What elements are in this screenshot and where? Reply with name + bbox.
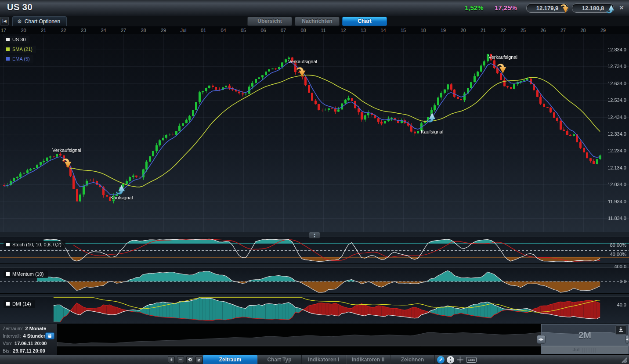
sell-signal-arrow-icon xyxy=(497,62,507,76)
buy-price: 12.180,8 xyxy=(582,5,604,11)
numbers-icon[interactable]: 1234 xyxy=(466,357,477,363)
time-tick: 20 xyxy=(21,28,26,33)
price-axis-label: 12.434,0 xyxy=(596,115,626,120)
chart-options-tab[interactable]: ⚙Chart Optionen xyxy=(12,16,67,26)
navigator-right-handle[interactable]: ◀ xyxy=(625,335,629,344)
indicator-swatch-icon xyxy=(6,243,10,246)
toolbar-tab-indikatoren-i[interactable]: Indikatoren I xyxy=(302,355,346,364)
close-icon[interactable]: × xyxy=(619,4,624,12)
indicator-axis-label: 80,00% xyxy=(596,242,626,248)
time-tick: 19 xyxy=(441,28,446,33)
navigator-left-handle[interactable]: ◀▶ xyxy=(537,335,546,344)
time-tick: 07 xyxy=(281,28,286,33)
time-tick: 01 xyxy=(201,28,206,33)
resize-grip-icon[interactable] xyxy=(619,357,627,363)
param-row-bis: Bis:29.07.11 20:00 xyxy=(3,348,45,353)
param-row-intervall: Intervall:4 Stunden xyxy=(3,333,47,339)
panel-splitter[interactable]: ▲▼ xyxy=(309,232,320,238)
time-tick: 26 xyxy=(540,28,546,33)
change-percent-day: 1,52% xyxy=(465,4,484,11)
clear-icon[interactable]: ⌀ xyxy=(195,356,202,363)
time-tick: 28 xyxy=(580,28,586,33)
time-tick: 29 xyxy=(161,28,166,33)
indicator-label-dmi[interactable]: DMI (14) xyxy=(4,300,35,308)
param-label: Von: xyxy=(3,341,12,346)
tab-übersicht[interactable]: Übersicht xyxy=(247,17,292,26)
chart-parameters: Zeitraum:2 MonateIntervall:4 StundenVon:… xyxy=(0,324,58,355)
price-axis-label: 12.534,0 xyxy=(596,97,626,103)
time-tick: 18 xyxy=(420,28,426,33)
buy-arrow-icon xyxy=(605,3,616,14)
legend-label: SMA (21) xyxy=(12,47,33,52)
zoom-in-button[interactable]: + xyxy=(168,356,175,363)
price-axis-label: 12.334,0 xyxy=(596,131,626,137)
legend-label: EMA (5) xyxy=(12,56,30,61)
indicator-axis-label: 400,0 xyxy=(596,264,626,269)
time-tick: 25 xyxy=(521,28,526,33)
tab-nachrichten[interactable]: Nachrichten xyxy=(295,17,340,26)
time-tick: 14 xyxy=(380,28,386,33)
time-tick: 29 xyxy=(600,28,606,33)
toolbar-tab-indikatoren-ii[interactable]: Indikatoren II xyxy=(346,355,390,364)
sell-signal-arrow-icon xyxy=(296,66,307,79)
time-tick: 23 xyxy=(81,28,86,33)
price-axis-label: 12.634,0 xyxy=(596,81,626,86)
title-bar: US 30 1,52% 17,25% 12.179,9 12.180,8 × xyxy=(0,0,629,16)
time-tick: 13 xyxy=(361,28,366,33)
indicator-name: Stoch (10, 10, 0,8, 0,2) xyxy=(12,242,61,247)
legend-swatch-icon xyxy=(6,47,10,51)
indicator-axis-label: 40,0 xyxy=(596,302,626,307)
time-tick: 27 xyxy=(121,28,126,33)
legend-label: US 30 xyxy=(12,37,26,42)
toolbar-tab-zeitraum[interactable]: Zeitraum xyxy=(203,355,257,364)
tab-row: |◀ ⚙Chart Optionen ÜbersichtNachrichtenC… xyxy=(0,16,629,26)
collapse-panel-button[interactable]: |◀ xyxy=(0,17,9,25)
navigator-window-strip: Jul xyxy=(542,346,628,353)
time-tick: 15 xyxy=(401,28,406,33)
legend-item-sma21[interactable]: SMA (21) xyxy=(4,46,36,53)
instrument-title: US 30 xyxy=(7,2,33,12)
price-chart-canvas[interactable] xyxy=(0,34,629,324)
time-tick: 27 xyxy=(560,28,566,33)
zoom-out-button[interactable]: − xyxy=(177,356,184,363)
price-axis-label: 11.934,0 xyxy=(596,199,626,204)
buy-price-button[interactable]: 12.180,8 xyxy=(572,4,614,13)
sell-price: 12.179,9 xyxy=(536,5,559,11)
price-axis-label: 12.234,0 xyxy=(596,148,626,153)
price-axis-label: 12.834,0 xyxy=(596,47,626,52)
indicator-swatch-icon xyxy=(6,302,10,306)
time-tick: 28 xyxy=(141,28,146,33)
sell-signal-arrow-icon xyxy=(62,157,72,170)
time-axis: 172021222324272829Jul0104050607081112131… xyxy=(0,26,629,35)
sort-arrows-icon[interactable]: ▲▼ xyxy=(447,356,454,364)
indicator-label-stoch[interactable]: Stoch (10, 10, 0,8, 0,2) xyxy=(4,241,65,249)
time-tick: 08 xyxy=(300,28,306,33)
param-row-von: Von:17.06.11 20:00 xyxy=(3,341,47,346)
crosshair-icon[interactable] xyxy=(456,356,464,364)
bottom-info: Zeitraum:2 MonateIntervall:4 StundenVon:… xyxy=(0,324,629,355)
draw-pencil-icon[interactable] xyxy=(437,356,445,364)
toolbar-tab-chart-typ[interactable]: Chart Typ xyxy=(257,355,302,364)
interval-lock-button[interactable] xyxy=(45,332,54,339)
toolbar-tab-zeichnen[interactable]: Zeichnen xyxy=(390,355,435,364)
signal-label-sell: Verkaufsignal xyxy=(488,54,517,60)
param-label: Zeitraum: xyxy=(3,326,23,331)
price-axis-label: 12.034,0 xyxy=(596,182,626,187)
sell-price-button[interactable]: 12.179,9 xyxy=(526,4,568,13)
navigator-window-month: Jul xyxy=(573,347,580,352)
indicator-name: DMI (14) xyxy=(12,301,31,306)
param-value: 17.06.11 20:00 xyxy=(14,341,47,346)
tab-chart[interactable]: Chart xyxy=(342,17,387,26)
time-tick: 20 xyxy=(460,28,466,33)
indicator-label-momentum[interactable]: MMentum (10) xyxy=(4,270,48,278)
refresh-icon[interactable]: ⟲ xyxy=(186,356,193,363)
time-tick: 17 xyxy=(1,28,6,33)
download-icon[interactable] xyxy=(615,325,626,335)
bottom-toolbar: + − ⟲ ⌀ ZeitraumChart TypIndikatoren IIn… xyxy=(0,355,629,364)
price-axis-label: 12.134,0 xyxy=(596,165,626,170)
signal-label-sell: Verkaufsignal xyxy=(288,59,317,64)
legend-item-ema5[interactable]: EMA (5) xyxy=(4,55,33,63)
indicator-axis-label: 0,0 xyxy=(596,279,626,284)
legend-item-us30[interactable]: US 30 xyxy=(4,36,29,43)
buy-signal-arrow-icon xyxy=(116,183,126,196)
